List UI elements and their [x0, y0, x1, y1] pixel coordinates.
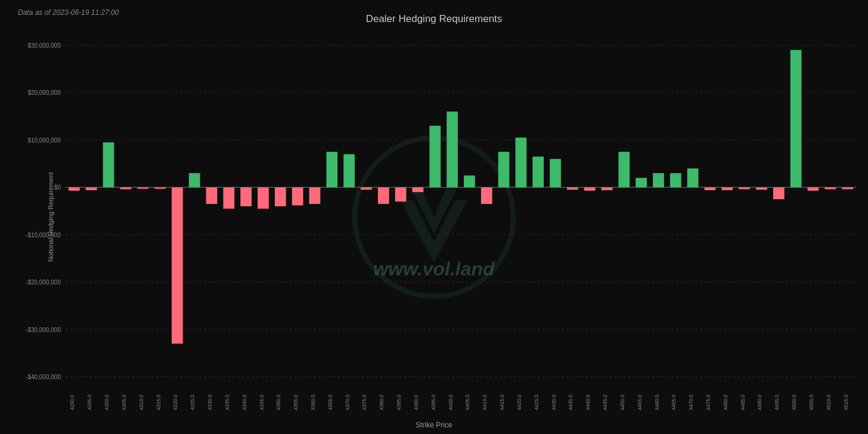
svg-rect-19 — [103, 142, 114, 187]
svg-text:4340.0: 4340.0 — [241, 395, 247, 410]
svg-rect-51 — [653, 173, 664, 187]
bar-chart: $30,000,000$20,000,000$10,000,000$0-$10,… — [66, 36, 856, 386]
svg-text:4390.0: 4390.0 — [413, 395, 419, 410]
svg-text:4400.0: 4400.0 — [448, 395, 454, 410]
svg-text:$0: $0 — [54, 184, 61, 191]
svg-rect-60 — [808, 187, 819, 191]
svg-rect-22 — [154, 187, 166, 188]
svg-text:4370.0: 4370.0 — [345, 395, 351, 410]
svg-text:4475.0: 4475.0 — [705, 395, 711, 410]
svg-text:4380.0: 4380.0 — [379, 395, 385, 410]
svg-text:4350.0: 4350.0 — [275, 395, 281, 410]
chart-title: Dealer Hedging Requirements — [366, 13, 503, 25]
svg-text:4375.0: 4375.0 — [361, 395, 367, 410]
y-axis-label: Notional Hedging Requirement — [47, 172, 54, 262]
svg-text:4330.0: 4330.0 — [207, 395, 213, 410]
svg-text:4505.0: 4505.0 — [808, 395, 814, 410]
svg-text:-$10,000,000: -$10,000,000 — [26, 232, 61, 238]
svg-rect-29 — [275, 187, 286, 206]
svg-rect-43 — [516, 138, 527, 187]
svg-rect-45 — [550, 159, 561, 188]
svg-rect-38 — [429, 126, 441, 187]
svg-rect-54 — [705, 187, 716, 190]
svg-rect-58 — [773, 187, 785, 199]
svg-text:4315.0: 4315.0 — [156, 395, 162, 410]
svg-text:$10,000,000: $10,000,000 — [27, 137, 61, 144]
svg-text:4460.0: 4460.0 — [654, 395, 660, 410]
svg-text:4295.0: 4295.0 — [86, 395, 92, 410]
svg-text:4410.0: 4410.0 — [482, 395, 488, 410]
svg-text:4300.0: 4300.0 — [104, 395, 110, 410]
svg-rect-53 — [687, 168, 699, 187]
svg-text:4385.0: 4385.0 — [396, 395, 402, 410]
svg-text:4425.0: 4425.0 — [534, 395, 540, 410]
svg-rect-47 — [584, 187, 596, 191]
svg-text:-$40,000,000: -$40,000,000 — [26, 374, 61, 380]
svg-text:4365.0: 4365.0 — [327, 395, 333, 410]
svg-rect-42 — [498, 152, 510, 188]
svg-rect-46 — [567, 187, 578, 190]
svg-rect-21 — [137, 187, 148, 188]
svg-rect-18 — [86, 187, 97, 190]
svg-text:4395.0: 4395.0 — [430, 395, 436, 410]
svg-rect-50 — [636, 178, 647, 187]
svg-text:4500.0: 4500.0 — [791, 395, 797, 410]
svg-rect-23 — [172, 187, 183, 343]
svg-text:4345.0: 4345.0 — [259, 395, 265, 410]
svg-rect-39 — [447, 111, 458, 187]
svg-text:4435.0: 4435.0 — [568, 395, 574, 410]
svg-text:4405.0: 4405.0 — [464, 395, 470, 410]
svg-text:4450.0: 4450.0 — [619, 395, 625, 410]
svg-text:4485.0: 4485.0 — [740, 395, 746, 410]
svg-rect-31 — [309, 187, 321, 204]
svg-text:-$30,000,000: -$30,000,000 — [26, 327, 61, 333]
svg-text:4335.0: 4335.0 — [224, 395, 230, 410]
svg-rect-17 — [69, 187, 80, 191]
svg-rect-28 — [258, 187, 269, 209]
svg-text:4445.0: 4445.0 — [602, 395, 608, 410]
svg-rect-49 — [618, 152, 630, 188]
svg-rect-26 — [223, 187, 234, 209]
svg-text:-$20,000,000: -$20,000,000 — [26, 279, 61, 286]
svg-rect-36 — [395, 187, 407, 202]
svg-text:4415.0: 4415.0 — [499, 395, 505, 410]
svg-rect-44 — [532, 157, 544, 188]
svg-text:$30,000,000: $30,000,000 — [27, 42, 61, 49]
svg-rect-56 — [739, 187, 750, 189]
svg-rect-62 — [842, 187, 853, 189]
svg-text:4325.0: 4325.0 — [190, 395, 196, 410]
svg-rect-52 — [670, 173, 681, 187]
svg-text:4310.0: 4310.0 — [138, 395, 144, 410]
svg-text:4495.0: 4495.0 — [774, 395, 780, 410]
svg-rect-34 — [361, 187, 372, 190]
svg-rect-40 — [464, 175, 475, 187]
svg-rect-35 — [378, 187, 389, 204]
svg-text:4320.0: 4320.0 — [172, 395, 178, 410]
svg-rect-20 — [120, 187, 132, 189]
svg-rect-57 — [756, 187, 767, 190]
chart-container: www.vol.land Data as of 2023-06-19 11:27… — [0, 0, 868, 434]
svg-rect-24 — [189, 173, 200, 187]
svg-text:$20,000,000: $20,000,000 — [27, 89, 61, 96]
svg-rect-41 — [481, 187, 492, 204]
svg-rect-30 — [292, 187, 303, 205]
svg-rect-33 — [343, 154, 355, 188]
svg-text:4420.0: 4420.0 — [516, 395, 522, 410]
svg-text:4430.0: 4430.0 — [551, 395, 557, 410]
svg-text:4470.0: 4470.0 — [688, 395, 694, 410]
x-axis-label: Strike Price — [416, 421, 452, 429]
svg-text:4465.0: 4465.0 — [671, 395, 677, 410]
svg-rect-25 — [206, 187, 218, 204]
svg-text:4480.0: 4480.0 — [723, 395, 728, 410]
svg-rect-37 — [413, 187, 424, 192]
svg-text:4510.0: 4510.0 — [826, 395, 832, 410]
svg-text:4355.0: 4355.0 — [293, 395, 299, 410]
svg-rect-27 — [240, 187, 252, 206]
svg-rect-32 — [326, 152, 337, 188]
svg-rect-59 — [790, 50, 802, 187]
data-timestamp: Data as of 2023-06-19 11:27:00 — [18, 8, 119, 17]
svg-text:4360.0: 4360.0 — [310, 395, 316, 410]
svg-text:4490.0: 4490.0 — [757, 395, 762, 410]
svg-rect-48 — [602, 187, 613, 190]
svg-text:4455.0: 4455.0 — [637, 395, 643, 410]
